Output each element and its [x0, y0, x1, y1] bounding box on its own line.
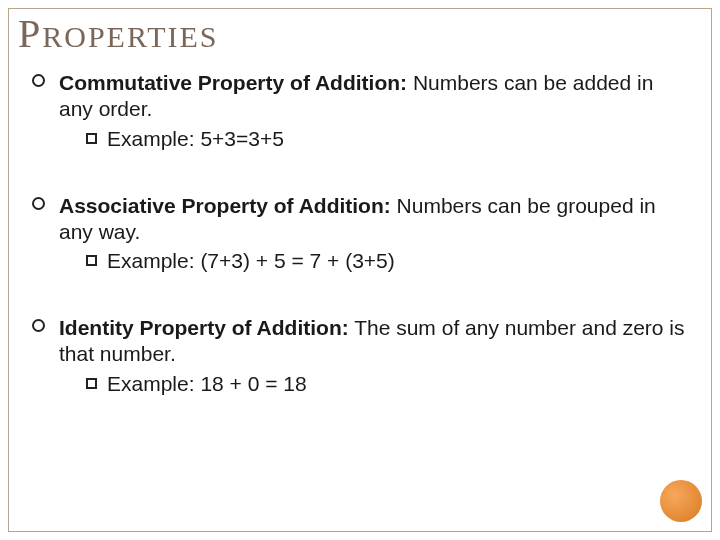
example-text: Example: 5+3=3+5: [107, 127, 284, 151]
property-block: Identity Property of Addition: The sum o…: [32, 315, 688, 396]
property-block: Associative Property of Addition: Number…: [32, 193, 688, 274]
content-area: Commutative Property of Addition: Number…: [32, 70, 688, 438]
bullet-square-icon: [86, 255, 97, 266]
property-block: Commutative Property of Addition: Number…: [32, 70, 688, 151]
bullet-circle-icon: [32, 319, 45, 332]
property-name: Associative Property of Addition:: [59, 194, 391, 217]
property-name: Commutative Property of Addition:: [59, 71, 407, 94]
bullet-circle-icon: [32, 74, 45, 87]
bullet-square-icon: [86, 378, 97, 389]
example-value: 5+3=3+5: [195, 127, 284, 150]
example-text: Example: 18 + 0 = 18: [107, 372, 307, 396]
example-label: Example:: [107, 372, 195, 395]
example-label: Example:: [107, 127, 195, 150]
accent-circle-icon: [660, 480, 702, 522]
title-first-letter: P: [18, 11, 42, 56]
example-value: 18 + 0 = 18: [195, 372, 307, 395]
property-name: Identity Property of Addition:: [59, 316, 349, 339]
property-text: Identity Property of Addition: The sum o…: [59, 315, 688, 368]
bullet-square-icon: [86, 133, 97, 144]
example-text: Example: (7+3) + 5 = 7 + (3+5): [107, 249, 395, 273]
slide-title: PROPERTIES: [18, 10, 218, 57]
example-value: (7+3) + 5 = 7 + (3+5): [195, 249, 395, 272]
property-text: Associative Property of Addition: Number…: [59, 193, 688, 246]
bullet-circle-icon: [32, 197, 45, 210]
example-label: Example:: [107, 249, 195, 272]
title-rest: ROPERTIES: [42, 20, 218, 53]
property-text: Commutative Property of Addition: Number…: [59, 70, 688, 123]
